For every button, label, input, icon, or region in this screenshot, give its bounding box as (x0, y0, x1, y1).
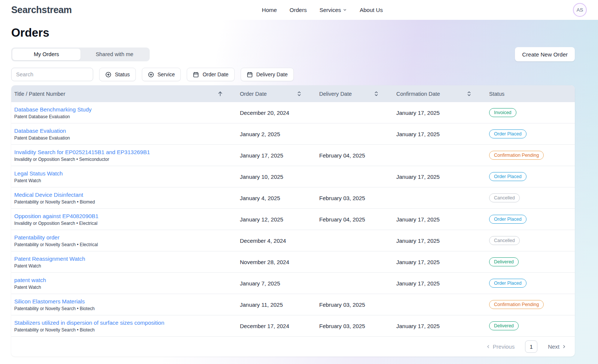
status-cell: Confirmation Pending (478, 294, 575, 315)
order-service-label: Invalidity or Opposition Search • Semico… (14, 157, 109, 162)
confirmation-date-cell (385, 294, 478, 315)
order-title-link[interactable]: Database Evaluation (14, 128, 66, 134)
calendar-icon (247, 71, 253, 78)
title-cell: Legal Status WatchPatent Watch (11, 166, 229, 187)
delivery-date-cell: February 03, 2025 (308, 294, 385, 315)
order-title-link[interactable]: Opposition against EP4082090B1 (14, 213, 98, 219)
order-title-link[interactable]: Stabilizers utilized in dispersion of su… (14, 319, 164, 326)
confirmation-date-cell: January 17, 2025 (385, 273, 478, 294)
page-number-button[interactable]: 1 (525, 340, 537, 353)
sort-icon[interactable] (296, 91, 302, 97)
title-cell: patent watchPatent Watch (11, 273, 229, 294)
table-row[interactable]: Silicon Elastomers MaterialsPatentabilit… (11, 294, 575, 315)
delivery-date-cell (308, 251, 385, 272)
next-page-button[interactable]: Next (546, 343, 569, 350)
tab-shared-with-me[interactable]: Shared with me (80, 49, 149, 60)
nav-orders[interactable]: Orders (290, 7, 307, 13)
toolbar-row: My Orders Shared with me Create New Orde… (11, 47, 575, 61)
delivery-date-filter-label: Delivery Date (256, 71, 288, 77)
order-date-filter-button[interactable]: Order Date (187, 68, 234, 81)
service-filter-button[interactable]: Service (142, 68, 181, 81)
delivery-date-cell (308, 230, 385, 251)
status-cell: Delivered (478, 315, 575, 336)
pagination: Previous 1 Next (11, 337, 575, 357)
order-title-link[interactable]: Legal Status Watch (14, 170, 63, 177)
next-label: Next (548, 343, 559, 350)
delivery-date-cell (308, 166, 385, 187)
table-row[interactable]: Stabilizers utilized in dispersion of su… (11, 315, 575, 337)
status-filter-button[interactable]: Status (99, 68, 136, 81)
column-header-title[interactable]: Title / Patent Number (11, 85, 229, 102)
confirmation-date-cell: January 17, 2025 (385, 251, 478, 272)
order-title-link[interactable]: Patent Reassignment Watch (14, 256, 85, 262)
orders-tabs: My Orders Shared with me (11, 48, 150, 61)
avatar-initials: AS (577, 7, 583, 13)
confirmation-date-cell: January 17, 2025 (385, 209, 478, 230)
order-date-cell: January 2, 2025 (229, 123, 308, 144)
order-title-link[interactable]: Medical Device Disinfectant (14, 192, 83, 198)
table-row[interactable]: Medical Device DisinfectantPatentability… (11, 187, 575, 209)
confirmation-date-cell: January 17, 2025 (385, 123, 478, 144)
column-header-order-date[interactable]: Order Date (229, 85, 308, 102)
tab-my-orders[interactable]: My Orders (12, 49, 80, 60)
sort-ascending-icon[interactable] (217, 91, 223, 97)
order-service-label: Patent Database Evaluation (14, 114, 70, 119)
brand-logo[interactable]: Searchstream (11, 4, 72, 15)
table-row[interactable]: Patentability orderPatentability or Nove… (11, 230, 575, 251)
table-row[interactable]: Opposition against EP4082090B1Invalidity… (11, 209, 575, 230)
column-header-confirmation-date[interactable]: Confirmation Date (385, 85, 478, 102)
order-date-cell: November 28, 2024 (229, 251, 308, 272)
title-cell: Medical Device DisinfectantPatentability… (11, 187, 229, 208)
order-date-cell: December 17, 2024 (229, 315, 308, 336)
top-nav: Searchstream Home Orders Services About … (0, 0, 598, 20)
table-row[interactable]: Database EvaluationPatent Database Evalu… (11, 123, 575, 145)
column-header-status[interactable]: Status (478, 85, 575, 102)
order-service-label: Patentability or Novelty Search • Biotec… (14, 327, 95, 333)
confirmation-date-cell: January 17, 2025 (385, 315, 478, 336)
page-title: Orders (11, 26, 575, 40)
delivery-date-filter-button[interactable]: Delivery Date (241, 68, 294, 81)
sort-icon[interactable] (373, 91, 379, 97)
status-cell: Cancelled (478, 230, 575, 251)
chevron-right-icon (562, 344, 567, 349)
table-row[interactable]: Legal Status WatchPatent WatchJanuary 10… (11, 166, 575, 187)
order-service-label: Patentability or Novelty Search • Biotec… (14, 306, 95, 311)
title-cell: Stabilizers utilized in dispersion of su… (11, 315, 229, 336)
column-header-delivery-date[interactable]: Delivery Date (308, 85, 385, 102)
confirmation-date-cell: January 17, 2025 (385, 230, 478, 251)
order-title-link[interactable]: Invalidity Search for EP02521415B1 and E… (14, 149, 150, 155)
create-new-order-button[interactable]: Create New Order (515, 47, 575, 61)
nav-services[interactable]: Services (320, 7, 347, 13)
table-row[interactable]: Invalidity Search for EP02521415B1 and E… (11, 145, 575, 166)
order-date-cell: January 10, 2025 (229, 166, 308, 187)
order-service-label: Patent Database Evaluation (14, 135, 70, 141)
order-date-cell: January 11, 2025 (229, 294, 308, 315)
status-badge: Order Placed (489, 279, 527, 288)
order-title-link[interactable]: Silicon Elastomers Materials (14, 298, 85, 305)
nav-services-label: Services (320, 7, 341, 13)
main-nav: Home Orders Services About Us (262, 7, 383, 13)
chevron-down-icon (343, 8, 347, 12)
filters-row: Status Service Order Date Delivery Date (11, 68, 575, 81)
status-badge: Delivered (489, 257, 519, 266)
search-input[interactable] (11, 68, 93, 81)
status-badge: Order Placed (489, 129, 527, 138)
table-row[interactable]: Database Benchmarking StudyPatent Databa… (11, 102, 575, 123)
order-title-link[interactable]: patent watch (14, 277, 46, 283)
order-title-link[interactable]: Patentability order (14, 234, 60, 241)
delivery-date-cell (308, 102, 385, 123)
table-row[interactable]: patent watchPatent WatchJanuary 7, 2025J… (11, 273, 575, 294)
order-title-link[interactable]: Database Benchmarking Study (14, 106, 92, 113)
sort-icon[interactable] (466, 91, 472, 97)
order-service-label: Patent Watch (14, 263, 41, 269)
previous-page-button[interactable]: Previous (483, 343, 517, 350)
status-badge: Order Placed (489, 215, 527, 224)
orders-page: Orders My Orders Shared with me Create N… (0, 26, 598, 357)
nav-about-us[interactable]: About Us (360, 7, 383, 13)
nav-home[interactable]: Home (262, 7, 277, 13)
chevron-left-icon (486, 344, 491, 349)
avatar[interactable]: AS (573, 3, 587, 17)
table-row[interactable]: Patent Reassignment WatchPatent WatchNov… (11, 251, 575, 273)
status-cell: Order Placed (478, 273, 575, 294)
order-date-cell: December 4, 2024 (229, 230, 308, 251)
